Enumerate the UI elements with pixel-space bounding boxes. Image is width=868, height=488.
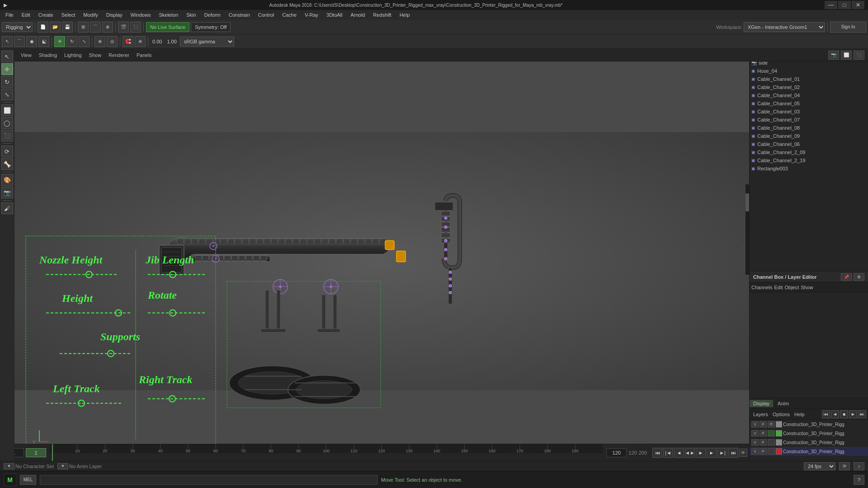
camera-button[interactable]: 📷 <box>1 187 13 198</box>
layer-end-button[interactable]: ⏭ <box>858 410 866 418</box>
prev-frame-button[interactable]: ◄ <box>674 448 684 458</box>
menu-arnold[interactable]: Arnold <box>347 11 368 19</box>
outliner-item-cc06[interactable]: ▣ Cable_Channel_06 <box>750 140 868 148</box>
timeline-bar[interactable]: 10 20 30 40 50 60 70 80 90 100 110 120 1… <box>50 444 603 461</box>
layer-prev-button[interactable]: ◄ <box>831 410 839 418</box>
loop-button[interactable]: ⟳ <box>739 449 747 457</box>
snap-grid-button[interactable]: ⊞ <box>78 22 89 33</box>
subd-button[interactable]: ⬛ <box>1 130 13 141</box>
layer-p-4[interactable]: P <box>760 448 767 455</box>
magnet-snap-button[interactable]: 🧲 <box>123 36 133 47</box>
vp-menu-lighting[interactable]: Lighting <box>61 52 85 59</box>
layer-name-4[interactable]: Construction_3D_Printer_Rigg <box>783 449 866 454</box>
menu-create[interactable]: Create <box>35 11 57 19</box>
rotate-tool-button[interactable]: ↻ <box>66 36 77 47</box>
select-button[interactable]: ↖ <box>1 51 13 62</box>
paint-button[interactable]: 🖌 <box>1 202 13 214</box>
cb-object-tab[interactable]: Object <box>784 285 799 290</box>
next-frame-button[interactable]: ► <box>707 448 717 458</box>
layer-stop-button[interactable]: ■ <box>840 410 848 418</box>
workspace-selector[interactable]: XGen - Interactive Groom1 <box>744 22 825 32</box>
vp-wireframe-button[interactable]: ⬜ <box>841 51 852 60</box>
help-line-button[interactable]: ? <box>854 475 864 485</box>
symmetry-button[interactable]: Symmetry: Off <box>191 22 231 32</box>
command-line-input[interactable] <box>40 475 377 485</box>
next-key-button[interactable]: ►| <box>717 448 727 458</box>
outliner-item-cc05[interactable]: ▣ Cable_Channel_05 <box>750 99 868 108</box>
anim-tab[interactable]: Anim <box>774 400 793 407</box>
poly-mesh-button[interactable]: ⬜ <box>1 104 13 116</box>
layer-next-button[interactable]: ► <box>849 410 857 418</box>
menu-display[interactable]: Display <box>103 11 126 19</box>
soft-select-button[interactable]: ◎ <box>107 36 118 47</box>
outliner-item-cc219[interactable]: ▣ Cable_Channel_2_19 <box>750 156 868 164</box>
options-menu[interactable]: Options <box>771 412 792 417</box>
rig-button[interactable]: 🦴 <box>1 158 13 170</box>
cb-show-tab[interactable]: Show <box>801 285 813 290</box>
prev-key-button[interactable]: |◄ <box>663 448 673 458</box>
menu-skin[interactable]: Skin <box>183 11 199 19</box>
anim-layer-menu-button[interactable]: ▼ <box>57 463 68 469</box>
layer-p-3[interactable]: P <box>760 439 767 446</box>
mel-python-toggle[interactable]: MEL <box>20 475 36 485</box>
close-button[interactable]: ✕ <box>852 1 864 9</box>
move-tool-button[interactable]: ✛ <box>54 36 65 47</box>
layer-r-3[interactable] <box>768 439 775 446</box>
layer-v-2[interactable]: V <box>751 430 759 436</box>
render-button[interactable]: 🎬 <box>118 22 129 33</box>
outliner-item-hose04[interactable]: ▣ Hose_04 <box>750 67 868 75</box>
nurbs-button[interactable]: ◯ <box>1 117 13 129</box>
layer-name-3[interactable]: Construction_3D_Printer_Rigg <box>783 440 866 445</box>
vp-cam-button[interactable]: 📷 <box>828 51 839 60</box>
vp-menu-view[interactable]: View <box>18 52 34 59</box>
module-selector[interactable]: Rigging <box>2 22 33 32</box>
vp-menu-show[interactable]: Show <box>86 52 104 59</box>
select-tool-button[interactable]: ↖ <box>2 36 13 47</box>
ipr-button[interactable]: ⬛ <box>130 22 141 33</box>
viewport[interactable]: Nozzle Height Jib Length Height Rotate S… <box>14 61 749 461</box>
layer-p-1[interactable]: P <box>760 421 767 427</box>
menu-windows[interactable]: Windows <box>127 11 155 19</box>
outliner-item-rect003[interactable]: ▣ Rectangle003 <box>750 164 868 173</box>
move-button[interactable]: ✛ <box>1 63 13 75</box>
current-frame-input[interactable] <box>26 448 46 457</box>
fps-selector[interactable]: 24 fps <box>804 462 835 470</box>
menu-vray[interactable]: V-Ray <box>301 11 322 19</box>
menu-constrain[interactable]: Constrain <box>225 11 254 19</box>
menu-skeleton[interactable]: Skeleton <box>155 11 182 19</box>
menu-control[interactable]: Control <box>255 11 278 19</box>
outliner-item-cc03[interactable]: ▣ Cable_Channel_03 <box>750 108 868 116</box>
channel-box-pin-button[interactable]: 📌 <box>841 273 852 281</box>
new-file-button[interactable]: 📄 <box>38 22 48 33</box>
layer-v-1[interactable]: V <box>751 421 759 427</box>
pivot-button[interactable]: ⊕ <box>94 36 105 47</box>
outliner-item-cc01[interactable]: ▣ Cable_Channel_01 <box>750 75 868 83</box>
audio-button[interactable]: ♪ <box>854 462 864 470</box>
open-file-button[interactable]: 📂 <box>50 22 61 33</box>
channel-box-settings-button[interactable]: ⚙ <box>854 273 864 281</box>
outliner-item-cc02[interactable]: ▣ Cable_Channel_02 <box>750 83 868 91</box>
layer-r-1[interactable]: R <box>768 421 775 427</box>
scrollbar-thumb[interactable] <box>745 193 749 211</box>
rotate-button[interactable]: ↻ <box>1 76 13 88</box>
menu-deform[interactable]: Deform <box>201 11 224 19</box>
save-file-button[interactable]: 💾 <box>62 22 73 33</box>
lasso-select-button[interactable]: ⌒ <box>14 36 25 47</box>
outliner-item-cc09[interactable]: ▣ Cable_Channel_09 <box>750 132 868 140</box>
display-tab[interactable]: Display <box>750 400 773 407</box>
layers-menu[interactable]: Layers <box>751 412 770 417</box>
snap-curve-button[interactable]: ⌒ <box>90 22 101 33</box>
help-menu[interactable]: Help <box>793 412 807 417</box>
layer-v-3[interactable]: V <box>751 439 759 446</box>
layer-r-4[interactable] <box>768 448 775 455</box>
vp-menu-shading[interactable]: Shading <box>36 52 60 59</box>
menu-redshift[interactable]: Redshift <box>369 11 395 19</box>
snap-point-button[interactable]: ⊕ <box>102 22 113 33</box>
character-set-menu-button[interactable]: ▼ <box>4 463 14 469</box>
deform-button[interactable]: ⟳ <box>1 145 13 157</box>
goto-start-button[interactable]: ⏮ <box>652 448 662 458</box>
world-space-button[interactable]: ⊛ <box>135 36 146 47</box>
paint-select-button[interactable]: ◉ <box>26 36 37 47</box>
menu-file[interactable]: File <box>2 11 17 19</box>
menu-select[interactable]: Select <box>58 11 79 19</box>
